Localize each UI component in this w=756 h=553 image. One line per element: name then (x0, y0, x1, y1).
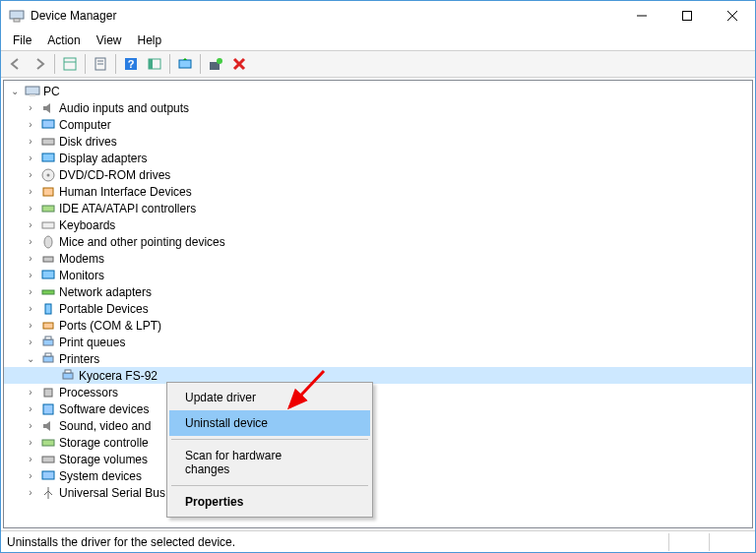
context-scan-hardware[interactable]: Scan for hardware changes (169, 443, 370, 482)
node-label: Storage controlle (59, 436, 149, 450)
tree-category[interactable]: ›Human Interface Devices (4, 183, 752, 200)
tree-category[interactable]: ›IDE ATA/ATAPI controllers (4, 200, 752, 216)
forward-button[interactable] (29, 53, 50, 75)
window-controls (619, 1, 755, 31)
expand-icon[interactable]: › (24, 252, 37, 266)
back-button[interactable] (5, 53, 27, 75)
expand-icon[interactable]: › (24, 118, 37, 132)
usb-icon (40, 485, 56, 501)
node-label: Disk drives (59, 135, 117, 149)
portable-icon (40, 301, 56, 317)
tree-category[interactable]: ›Sound, video and (4, 417, 752, 434)
network-icon (40, 284, 56, 300)
expand-icon[interactable]: › (24, 101, 37, 115)
node-label: Ports (COM & LPT) (59, 319, 161, 333)
context-update-driver[interactable]: Update driver (169, 385, 370, 410)
computer-icon (25, 84, 40, 99)
menubar: File Action View Help (1, 31, 755, 50)
tree-category[interactable]: ›Processors (4, 384, 752, 400)
node-label: Display adapters (59, 152, 147, 165)
expand-icon[interactable]: › (24, 436, 37, 450)
expand-icon[interactable]: › (24, 168, 37, 182)
tree-category[interactable]: ›Storage volumes (4, 451, 752, 467)
expand-icon[interactable]: › (24, 469, 37, 483)
expand-icon[interactable]: › (24, 135, 37, 149)
expand-icon[interactable]: › (24, 269, 37, 282)
expand-icon[interactable]: ⌄ (8, 85, 22, 98)
help-button[interactable]: ? (120, 53, 142, 75)
node-label: Monitors (59, 269, 104, 282)
expand-icon[interactable]: › (24, 235, 37, 249)
node-label: Keyboards (59, 218, 115, 232)
tree-category[interactable]: ›Monitors (4, 267, 752, 283)
expand-icon[interactable]: › (24, 386, 37, 399)
context-properties[interactable]: Properties (169, 489, 370, 515)
tree-category[interactable]: ›Portable Devices (4, 300, 752, 317)
svg-rect-34 (43, 339, 53, 345)
menu-action[interactable]: Action (39, 31, 88, 49)
menu-file[interactable]: File (5, 31, 39, 49)
menu-view[interactable]: View (89, 31, 130, 49)
context-uninstall-device[interactable]: Uninstall device (169, 410, 370, 436)
close-button[interactable] (710, 1, 755, 31)
tree-category[interactable]: ›Audio inputs and outputs (4, 99, 752, 116)
tree-category[interactable]: ›Software devices (4, 400, 752, 417)
tree-category[interactable]: ›Storage controlle (4, 434, 752, 451)
device-tree: ⌄ PC ›Audio inputs and outputs ›Computer… (4, 81, 752, 503)
expand-icon[interactable]: › (24, 202, 37, 215)
svg-rect-36 (43, 356, 53, 362)
node-label: IDE ATA/ATAPI controllers (59, 202, 196, 215)
tree-category[interactable]: ›Display adapters (4, 150, 752, 166)
minimize-button[interactable] (619, 1, 664, 31)
tree-category[interactable]: ›Computer (4, 116, 752, 133)
tree-category[interactable]: ›DVD/CD-ROM drives (4, 166, 752, 183)
tree-category[interactable]: ›System devices (4, 467, 752, 484)
tree-category[interactable]: ›Universal Serial Bus controllers (4, 484, 752, 501)
node-label: System devices (59, 469, 142, 483)
expand-icon[interactable]: › (24, 453, 37, 466)
properties-button[interactable] (90, 53, 111, 75)
tree-category[interactable]: ›Disk drives (4, 133, 752, 150)
expand-icon[interactable]: › (24, 319, 37, 333)
tree-category[interactable]: ›Network adapters (4, 283, 752, 300)
tree-category[interactable]: ›Keyboards (4, 216, 752, 233)
node-label: PC (43, 85, 60, 98)
software-icon (40, 401, 56, 417)
uninstall-button[interactable] (228, 53, 250, 75)
tree-category[interactable]: ›Modems (4, 250, 752, 267)
storage-icon (40, 452, 56, 467)
expand-icon[interactable]: › (24, 185, 37, 199)
expand-icon[interactable]: › (24, 285, 37, 299)
show-hide-console-button[interactable] (59, 53, 81, 75)
svg-rect-18 (26, 87, 39, 94)
tree-device-printer[interactable]: Kyocera FS-92 (4, 367, 752, 384)
expand-icon[interactable]: › (24, 218, 37, 232)
svg-point-17 (217, 58, 222, 64)
expand-icon[interactable]: › (24, 302, 37, 316)
svg-rect-1 (14, 19, 20, 22)
system-icon (40, 468, 56, 484)
computer-icon (40, 117, 56, 133)
node-label: Software devices (59, 402, 149, 416)
tree-category-printers[interactable]: ⌄Printers (4, 350, 752, 367)
scan-hardware-button[interactable] (205, 53, 226, 75)
svg-rect-25 (43, 188, 53, 196)
tree-category[interactable]: ›Ports (COM & LPT) (4, 317, 752, 334)
tree-root[interactable]: ⌄ PC (4, 83, 752, 99)
expand-icon[interactable]: › (24, 336, 37, 349)
expand-icon[interactable]: › (24, 486, 37, 500)
expand-icon[interactable]: › (24, 419, 37, 433)
collapse-icon[interactable]: ⌄ (24, 352, 37, 366)
statusbar: Uninstalls the driver for the selected d… (1, 530, 755, 552)
svg-rect-19 (30, 94, 35, 96)
action-button[interactable] (144, 53, 165, 75)
tree-category[interactable]: ›Mice and other pointing devices (4, 233, 752, 250)
expand-icon[interactable]: › (24, 152, 37, 165)
maximize-button[interactable] (664, 1, 710, 31)
update-driver-button[interactable] (174, 53, 196, 75)
tree-category[interactable]: ›Print queues (4, 334, 752, 350)
app-icon (9, 8, 25, 24)
menu-help[interactable]: Help (130, 31, 170, 49)
svg-rect-32 (45, 304, 51, 314)
expand-icon[interactable]: › (24, 402, 37, 416)
